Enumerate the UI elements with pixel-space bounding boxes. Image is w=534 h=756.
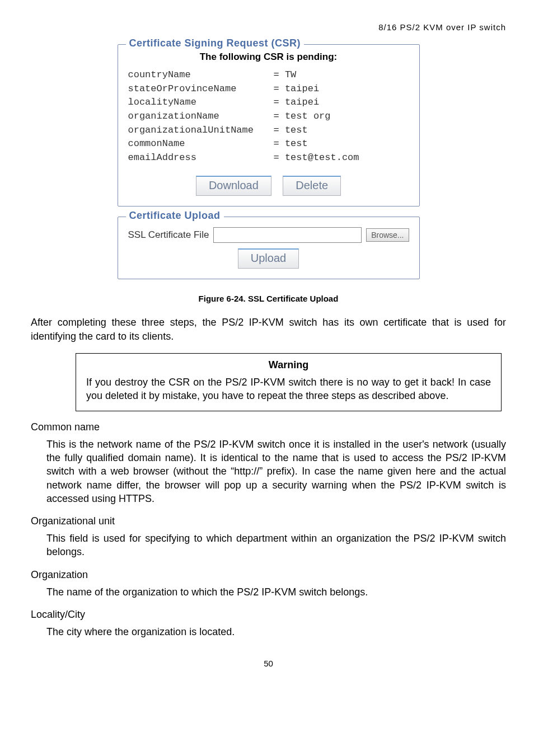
upload-row: SSL Certificate File Browse... [128,227,409,243]
page-number: 50 [31,659,506,668]
definition-text: The city where the organization is locat… [46,625,506,638]
csr-key: localityName [128,96,274,110]
warning-title: Warning [86,359,491,371]
csr-key: organizationName [128,110,274,124]
definition-text: This is the network name of the PS/2 IP-… [46,438,506,505]
csr-subheading: The following CSR is pending: [128,51,409,63]
definition-term: Organizational unit [31,515,506,527]
upload-button[interactable]: Upload [238,248,299,269]
definition-text: This field is used for specifying to whi… [46,532,506,559]
csr-val: = test [274,124,308,138]
csr-val: = test org [274,110,331,124]
csr-key: stateOrProvinceName [128,82,274,96]
definition-term: Locality/City [31,609,506,621]
csr-val: = test [274,137,308,151]
csr-fieldset: Certificate Signing Request (CSR) The fo… [118,44,420,206]
csr-key: emailAddress [128,151,274,165]
upload-fieldset: Certificate Upload SSL Certificate File … [118,217,420,279]
csr-val: = taipei [274,82,320,96]
csr-row: commonName= test [128,137,409,151]
csr-row: emailAddress= test@test.com [128,151,409,165]
csr-row: localityName= taipei [128,96,409,110]
csr-table: countryName= TW stateOrProvinceName= tai… [128,68,409,165]
csr-row: stateOrProvinceName= taipei [128,82,409,96]
download-button[interactable]: Download [196,176,271,196]
definition-term: Common name [31,421,506,433]
definition-text: The name of the organization to which th… [46,585,506,599]
csr-key: commonName [128,137,274,151]
csr-val: = test@test.com [274,151,359,165]
csr-val: = taipei [274,96,320,110]
delete-button[interactable]: Delete [283,176,341,196]
csr-key: countryName [128,68,274,82]
upload-legend: Certificate Upload [126,210,224,222]
csr-row: countryName= TW [128,68,409,82]
body-paragraph: After completing these three steps, the … [31,316,506,343]
figure-caption: Figure 6-24. SSL Certificate Upload [31,294,506,303]
csr-key: organizationalUnitName [128,124,274,138]
ssl-certificate-file-input[interactable] [213,227,362,243]
browse-button[interactable]: Browse... [366,228,409,242]
definition-term: Organization [31,569,506,581]
warning-text: If you destroy the CSR on the PS/2 IP-KV… [86,375,491,403]
csr-row: organizationalUnitName= test [128,124,409,138]
csr-button-row: Download Delete [128,176,409,196]
csr-row: organizationName= test org [128,110,409,124]
page-header: 8/16 PS/2 KVM over IP switch [31,22,506,32]
csr-legend: Certificate Signing Request (CSR) [126,37,305,49]
csr-val: = TW [274,68,297,82]
upload-label: SSL Certificate File [128,229,209,241]
upload-button-row: Upload [128,248,409,269]
warning-box: Warning If you destroy the CSR on the PS… [76,353,502,411]
